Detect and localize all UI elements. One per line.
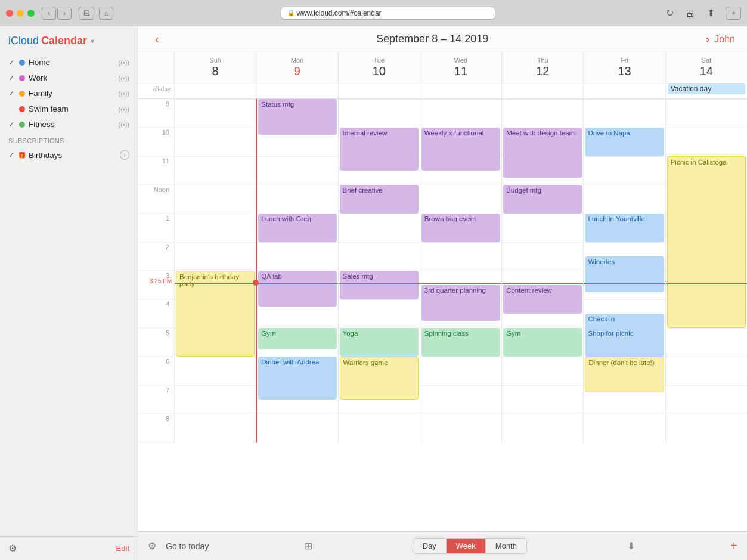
print-button[interactable]: 🖨 [682, 7, 699, 20]
time-slot-Noon: Noon [138, 185, 174, 214]
time-slot-9: 9 [138, 99, 174, 128]
current-time-line-day1 [257, 283, 337, 284]
current-time-line-day0 [175, 283, 256, 284]
hour-line-day4-9 [502, 357, 583, 357]
time-grid-scroll[interactable]: 91011Noon123456783:25 PM Benjamin's birt… [138, 99, 747, 531]
event-8[interactable]: Sales mtg [340, 271, 419, 299]
hour-line-day5-5 [584, 242, 665, 243]
day-col-thu[interactable]: Meet with design teamBudget mtgContent r… [501, 99, 583, 443]
allday-row: all-day Vacation day [138, 82, 747, 99]
sidebar-item-work[interactable]: ✓ Work ((•)) [2, 70, 135, 85]
new-tab-button[interactable]: + [726, 7, 741, 20]
sidebar-item-home[interactable]: ✓ Home ((•)) [2, 55, 135, 70]
tab-switcher-button[interactable]: ⊟ [79, 7, 94, 20]
event-20[interactable]: Lunch in Yountville [585, 214, 664, 242]
hour-line-day5-2 [584, 156, 665, 157]
minimize-button[interactable] [17, 10, 24, 17]
time-slot-10: 10 [138, 128, 174, 156]
maximize-button[interactable] [27, 10, 35, 17]
work-label: Work [29, 73, 114, 82]
edit-button[interactable]: Edit [116, 544, 129, 553]
forward-button[interactable]: › [57, 7, 72, 20]
event-3[interactable]: QA lab [258, 271, 336, 307]
family-wifi-icon: ((•)) [118, 90, 129, 97]
event-6[interactable]: Internal review [340, 128, 419, 171]
event-9[interactable]: Yoga [340, 328, 419, 357]
next-week-button[interactable]: › [701, 32, 715, 46]
address-bar-wrap: 🔒 www.icloud.com/#calendar [118, 7, 658, 20]
calendar-list: ✓ Home ((•)) ✓ Work ((•)) ✓ Family ((•)) [0, 52, 138, 536]
event-18[interactable]: Gym [503, 328, 582, 357]
time-label-3: Noon [154, 186, 169, 193]
view-week-button[interactable]: Week [447, 539, 486, 553]
day-header-mon: Mon 9 [256, 52, 337, 82]
event-11[interactable]: Weekly x-functional [421, 128, 500, 171]
allday-sat[interactable]: Vacation day [665, 82, 747, 98]
event-10[interactable]: Warriors game [340, 357, 419, 400]
home-button[interactable]: ⌂ [99, 7, 113, 20]
day-col-fri[interactable]: Drive to NapaLunch in YountvilleWineries… [583, 99, 665, 443]
close-button[interactable] [6, 10, 13, 17]
day-header-sat: Sat 14 [665, 52, 747, 82]
sidebar-item-birthdays[interactable]: ✓ 🎁 Birthdays i [2, 147, 135, 163]
vacation-day-event[interactable]: Vacation day [668, 83, 745, 94]
day-col-mon[interactable]: Status mtgLunch with GregQA labGymDinner… [256, 99, 337, 443]
day-col-sat[interactable]: Picnic in Calistoga [665, 99, 747, 443]
settings-icon[interactable]: ⚙ [8, 543, 17, 554]
time-slot-3: 3 [138, 271, 174, 299]
event-17[interactable]: Content review [503, 285, 582, 314]
share-button[interactable]: ⬆ [703, 6, 718, 20]
event-16[interactable]: Budget mtg [503, 185, 582, 214]
event-21[interactable]: Wineries [585, 256, 664, 292]
sidebar-item-family[interactable]: ✓ Family ((•)) [2, 86, 135, 101]
traffic-lights [6, 10, 35, 17]
bottom-settings-icon[interactable]: ⚙ [148, 540, 156, 552]
view-day-button[interactable]: Day [413, 539, 447, 553]
hour-line-day0-3 [175, 185, 256, 185]
event-1[interactable]: Status mtg [258, 99, 336, 135]
swim-dot [19, 106, 25, 112]
event-15[interactable]: Meet with design team [503, 128, 582, 178]
sidebar-item-swim-team[interactable]: Swim team ((•)) [2, 101, 135, 116]
current-time-line-day5 [584, 283, 665, 284]
hour-line-day6-9 [666, 357, 747, 357]
goto-today-button[interactable]: Go to today [166, 542, 209, 551]
hour-line-day0-0 [175, 99, 256, 100]
event-25[interactable]: Picnic in Calistoga [667, 156, 746, 328]
event-19[interactable]: Drive to Napa [585, 128, 664, 156]
time-column: 91011Noon123456783:25 PM [138, 99, 174, 443]
event-24[interactable]: Dinner (don't be late!) [585, 357, 664, 392]
view-month-button[interactable]: Month [486, 539, 526, 553]
event-12[interactable]: Brown bag event [421, 214, 500, 242]
time-slot-8: 8 [138, 414, 174, 443]
download-icon[interactable]: ⬇ [627, 540, 635, 552]
calendar-header: ‹ September 8 – 14 2019 › John [138, 26, 747, 52]
home-dot [19, 60, 25, 66]
address-bar[interactable]: 🔒 www.icloud.com/#calendar [281, 7, 495, 20]
allday-sun [174, 82, 256, 98]
calendar-menu-arrow[interactable]: ▾ [91, 37, 94, 45]
hour-line-day3-10 [420, 385, 501, 386]
event-5[interactable]: Dinner with Andrea [258, 357, 336, 400]
event-14[interactable]: Spinning class [421, 328, 500, 357]
hour-line-day4-4 [502, 214, 583, 214]
prev-week-button[interactable]: ‹ [150, 32, 164, 46]
event-2[interactable]: Lunch with Greg [258, 214, 336, 242]
time-label-11: 8 [166, 415, 169, 422]
allday-label: all-day [138, 82, 174, 98]
add-event-button[interactable]: + [730, 539, 737, 553]
hour-line-day4-5 [502, 242, 583, 243]
day-col-tue[interactable]: Internal reviewBrief creativeSales mtgYo… [338, 99, 420, 443]
time-slot-11: 11 [138, 156, 174, 185]
event-13[interactable]: 3rd quarter planning [421, 285, 500, 321]
event-23[interactable]: Shop for picnic [585, 328, 664, 357]
event-7[interactable]: Brief creative [340, 185, 419, 214]
day-col-wed[interactable]: Weekly x-functionalBrown bag event3rd qu… [420, 99, 501, 443]
day-header-tue: Tue 10 [338, 52, 420, 82]
sidebar-item-fitness[interactable]: ✓ Fitness ((•)) [2, 117, 135, 132]
day-col-sun[interactable]: Benjamin's birthday party [174, 99, 256, 443]
event-4[interactable]: Gym [258, 328, 336, 349]
back-button[interactable]: ‹ [42, 7, 56, 20]
reload-button[interactable]: ↻ [662, 6, 677, 20]
birthdays-info-button[interactable]: i [120, 150, 129, 160]
